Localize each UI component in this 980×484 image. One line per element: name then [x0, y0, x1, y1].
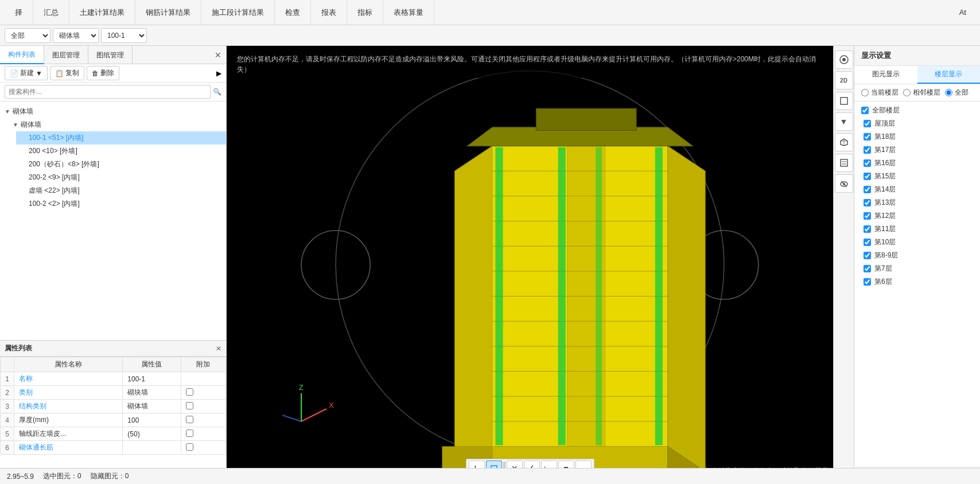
prop-name-2[interactable]: 类别: [14, 386, 123, 400]
radio-all-floors[interactable]: 全部: [945, 88, 969, 97]
prop-checkbox-5[interactable]: [186, 430, 193, 437]
floor-checkbox-16[interactable]: [864, 159, 871, 167]
floor-checkbox-89[interactable]: [864, 252, 871, 259]
copy-icon: 📋: [55, 69, 64, 77]
tree-row-item-4[interactable]: 虚墙 <22> [内墙]: [16, 184, 226, 197]
floor-item-11[interactable]: 第11层: [854, 223, 980, 236]
tree-label-item-1: 200 <10> [外墙]: [29, 146, 221, 156]
search-input[interactable]: [5, 85, 211, 99]
delete-button[interactable]: 🗑 删除: [87, 66, 119, 80]
tree-row-item-1[interactable]: 200 <10> [外墙]: [16, 145, 226, 158]
display-settings-title: 显示设置: [854, 46, 980, 66]
floor-label-18: 第18层: [874, 132, 896, 142]
tree-row-item-3[interactable]: 200-2 <9> [内墙]: [16, 171, 226, 184]
floor-item-10[interactable]: 第10层: [854, 236, 980, 249]
menu-item-summary[interactable]: 汇总: [33, 0, 69, 25]
panel-close-btn[interactable]: ✕: [210, 46, 226, 64]
tree-row-item-5[interactable]: 100-2 <2> [内墙]: [16, 197, 226, 210]
col-value: 属性值: [123, 357, 181, 372]
menu-item-table[interactable]: 表格算量: [383, 0, 434, 25]
side-btn-circle[interactable]: [835, 50, 853, 69]
prop-checkbox-4[interactable]: [186, 416, 193, 423]
floor-item-16[interactable]: 第16层: [854, 157, 980, 170]
floor-checkbox-all[interactable]: [861, 107, 869, 114]
prop-name-6[interactable]: 砌体通长筋: [14, 441, 123, 455]
floor-item-17[interactable]: 第17层: [854, 143, 980, 157]
floor-label-14: 第14层: [874, 185, 896, 194]
prop-checkbox-2[interactable]: [186, 388, 193, 396]
tab-floor-display[interactable]: 楼层显示: [917, 66, 981, 84]
side-btn-eye[interactable]: [835, 174, 853, 193]
tree-row-item-0[interactable]: 100-1 <51> [内墙]: [16, 131, 226, 145]
select-type[interactable]: 砌体墙: [53, 28, 99, 43]
floor-checkbox-14[interactable]: [864, 186, 871, 193]
side-btn-down[interactable]: ▼: [835, 112, 853, 131]
radio-adjacent-floor[interactable]: 相邻楼层: [903, 88, 940, 97]
property-row-3: 3 结构类别 砌体墙: [1, 400, 226, 413]
floor-checkbox-11[interactable]: [864, 225, 871, 233]
tree-row-item-2[interactable]: 200（砂石）<8> [外墙]: [16, 158, 226, 171]
floor-item-13[interactable]: 第13层: [854, 196, 980, 209]
floor-checkbox-18[interactable]: [864, 133, 871, 140]
menu-item-select[interactable]: 择: [5, 0, 33, 25]
property-header: 属性列表 ✕: [0, 341, 226, 357]
menu-item-construction[interactable]: 施工段计算结果: [201, 0, 275, 25]
floor-checkbox-10[interactable]: [864, 239, 871, 246]
menu-item-civil[interactable]: 土建计算结果: [69, 0, 135, 25]
floor-item-15[interactable]: 第15层: [854, 170, 980, 183]
svg-rect-43: [841, 159, 847, 166]
floor-item-14[interactable]: 第14层: [854, 183, 980, 196]
floor-label-6: 第6层: [874, 277, 892, 287]
prop-checkbox-6[interactable]: [186, 443, 193, 451]
3d-viewport[interactable]: 您的计算机内存不足，请及时保存工程以防内存不足造成内存溢出带来风险。可通过关闭其…: [227, 46, 833, 484]
floor-checkbox-6[interactable]: [864, 278, 871, 286]
floor-checkbox-roof[interactable]: [864, 120, 871, 127]
floor-item-18[interactable]: 第18层: [854, 130, 980, 143]
prop-extra-3: [181, 400, 225, 413]
select-category[interactable]: 全部: [5, 28, 50, 43]
floor-checkbox-7[interactable]: [864, 265, 871, 272]
prop-name-3[interactable]: 结构类别: [14, 400, 123, 413]
prop-value-3: 砌体墙: [123, 400, 181, 413]
search-box: 🔍: [0, 83, 226, 102]
expand-btn[interactable]: ▶: [216, 69, 221, 77]
prop-checkbox-3[interactable]: [186, 402, 193, 409]
tab-drawing-management[interactable]: 图纸管理: [88, 46, 133, 64]
side-btn-3d[interactable]: [835, 133, 853, 151]
radio-current-floor[interactable]: 当前楼层: [861, 88, 899, 97]
copy-button[interactable]: 📋 复制: [50, 66, 84, 80]
floor-item-6[interactable]: 第6层: [854, 275, 980, 288]
floor-checkbox-12[interactable]: [864, 212, 871, 220]
delete-label: 删除: [100, 68, 114, 78]
row-num-5: 5: [1, 427, 14, 441]
property-scroll[interactable]: 属性名称 属性值 附加 1 名称 100-1 2: [0, 357, 226, 484]
floor-item-89[interactable]: 第8-9层: [854, 249, 980, 262]
floor-item-roof[interactable]: 屋顶层: [854, 117, 980, 130]
menu-item-check[interactable]: 检查: [275, 0, 311, 25]
prop-name-1[interactable]: 名称: [14, 372, 123, 386]
floor-label-11: 第11层: [874, 224, 896, 234]
tree-row-masonry-child[interactable]: ▼ 砌体墙: [8, 118, 226, 131]
floor-checkbox-13[interactable]: [864, 199, 871, 206]
side-btn-box[interactable]: [835, 92, 853, 110]
menu-item-rebar[interactable]: 钢筋计算结果: [135, 0, 201, 25]
tab-layer-management[interactable]: 图层管理: [44, 46, 88, 64]
svg-rect-21: [558, 147, 566, 446]
floor-checkbox-15[interactable]: [864, 173, 871, 180]
tab-component-list[interactable]: 构件列表: [0, 46, 44, 64]
tree-group: ▼ 砌体墙 100-1 <51> [内墙] 200 <10> [外墙: [0, 118, 226, 210]
new-button[interactable]: 📄 新建 ▼: [5, 66, 48, 80]
side-btn-2d[interactable]: 2D: [835, 71, 853, 89]
menu-item-report[interactable]: 报表: [311, 0, 347, 25]
select-item[interactable]: 100-1: [101, 28, 147, 43]
tab-element-display[interactable]: 图元显示: [854, 66, 917, 84]
side-btn-list[interactable]: [835, 154, 853, 172]
menu-item-indicator[interactable]: 指标: [347, 0, 383, 25]
floor-item-7[interactable]: 第7层: [854, 262, 980, 275]
tree-row-masonry-root[interactable]: ▼ 砌体墙: [0, 105, 226, 118]
floor-item-12[interactable]: 第12层: [854, 209, 980, 223]
property-close-btn[interactable]: ✕: [216, 345, 221, 353]
property-row-1: 1 名称 100-1: [1, 372, 226, 386]
floor-item-all[interactable]: 全部楼层: [854, 104, 980, 117]
floor-checkbox-17[interactable]: [864, 146, 871, 154]
